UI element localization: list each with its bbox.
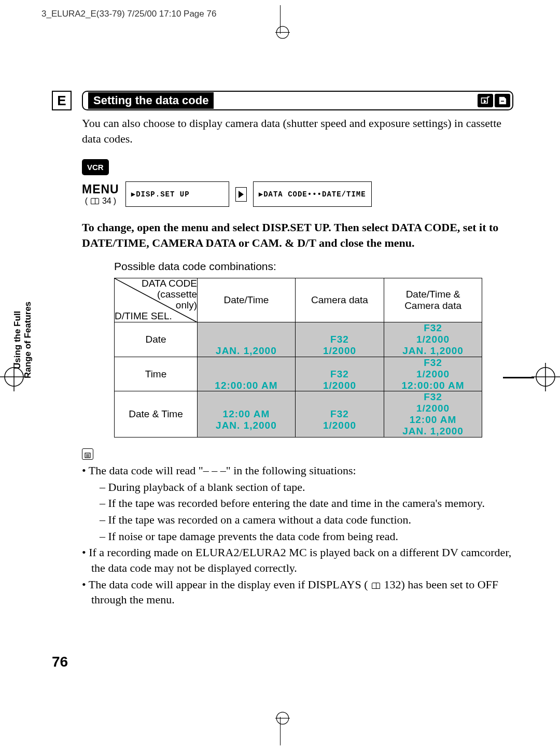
data-cell: F32 1/2000 [295,391,384,437]
svg-marker-13 [239,191,244,198]
book-icon [91,198,99,204]
data-cell: 12:00:00 AM [198,357,296,391]
note-dash-3: – If the tape was recorded on a camera w… [82,512,513,528]
data-cell: F32 1/2000 [295,322,384,357]
table-row: Date & Time 12:00 AM JAN. 1,2000 F32 1/2… [115,391,482,437]
menu-path-row: MENU ( 34) ▶DISP.SET UP ▶DATA CODE•••DAT… [82,181,513,207]
note-dash-2: – If the tape was recorded before enteri… [82,496,513,511]
sidebar-line2: Range of Features [23,302,33,378]
data-cell: 12:00 AM JAN. 1,2000 [198,391,296,437]
row-label: Time [115,357,198,391]
menu-ref-num: 34 [102,196,111,206]
table-header-row: DATA CODE (cassette only) D/TIME SEL. Da… [115,278,482,322]
corner-bottom: D/TIME SEL. [115,311,197,322]
notes-block: • The data code will read "– – –" in the… [82,447,513,608]
table-row: Date JAN. 1,2000 F32 1/2000F32 1/2000 JA… [115,322,482,357]
col-header-3: Date/Time & Camera data [384,278,482,322]
table-corner-cell: DATA CODE (cassette only) D/TIME SEL. [115,278,198,322]
print-header: 3_ELURA2_E(33-79) 7/25/00 17:10 Page 76 [41,9,216,19]
registration-mark-right [531,363,560,391]
sidebar-section-label: Using the Full Range of Features [12,302,33,378]
card-icon [495,94,510,107]
language-indicator: E [52,91,72,110]
lcd-display-2: ▶DATA CODE•••DATE/TIME [253,181,372,207]
row-label: Date & Time [115,391,198,437]
menu-button-label: MENU ( 34) [82,182,119,206]
col-header-1: Date/Time [198,278,296,322]
svg-marker-11 [484,100,486,103]
vcr-mode-badge: VCR [82,159,109,175]
data-cell: F32 1/2000 JAN. 1,2000 [384,322,482,357]
svg-rect-12 [501,101,505,102]
table-row: Time 12:00:00 AM F32 1/2000F32 1/2000 12… [115,357,482,391]
row-label: Date [115,322,198,357]
data-cell: JAN. 1,2000 [198,322,296,357]
note-dash-4: – If noise or tape damage prevents the d… [82,529,513,544]
section-title: Setting the data code [88,92,214,109]
data-cell: F32 1/2000 12:00:00 AM [384,357,482,391]
arrow-next-icon [235,187,247,202]
data-cell: F32 1/2000 [295,357,384,391]
page-number: 76 [52,654,68,670]
col-header-2: Camera data [295,278,384,322]
note-bullet-1: • The data code will read "– – –" in the… [82,463,513,478]
table-caption: Possible data code combinations: [114,260,513,273]
corner-top3: only) [176,300,197,311]
note-icon [82,448,93,460]
data-cell: F32 1/2000 12:00 AM JAN. 1,2000 [384,391,482,437]
intro-paragraph: You can also choose to display camera da… [82,116,513,146]
sidebar-line1: Using the Full [12,311,22,369]
note-bullet-3: • The data code will appear in the displ… [82,577,513,608]
lcd-display-1: ▶DISP.SET UP [125,181,229,207]
bold-instruction: To change, open the menu and select DISP… [82,220,513,250]
crop-mark-top [264,5,301,41]
note-dash-1: – During playback of a blank section of … [82,479,513,495]
note-bullet-2: • If a recording made on ELURA2/ELURA2 M… [82,545,513,575]
menu-page-ref: ( 34) [85,196,116,206]
playback-icon [478,94,493,107]
menu-word: MENU [82,182,119,196]
book-icon [372,583,380,589]
corner-top2: (cassette [157,289,197,300]
crop-mark-bottom [264,709,301,745]
mode-icons [478,94,510,107]
data-code-table: DATA CODE (cassette only) D/TIME SEL. Da… [114,278,482,437]
section-heading-bar: Setting the data code [82,91,513,110]
corner-top1: DATA CODE [142,278,197,289]
